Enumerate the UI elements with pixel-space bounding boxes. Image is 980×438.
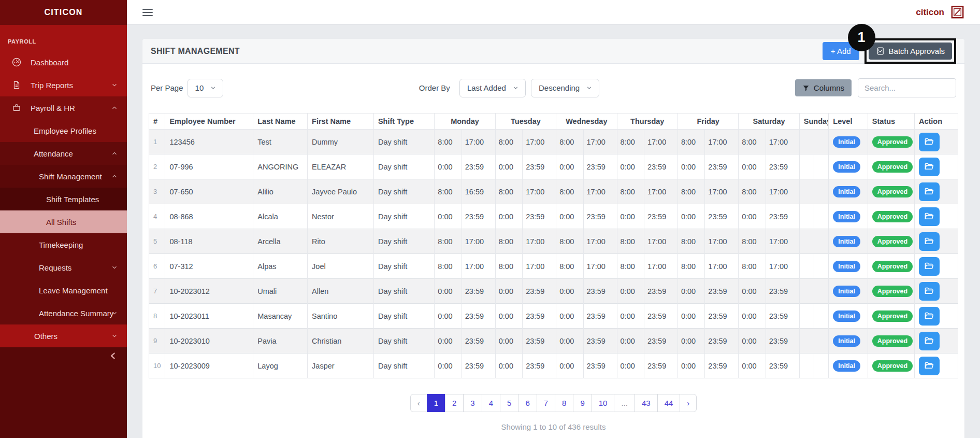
sidebar-item-attendance[interactable]: Attendance: [0, 142, 127, 165]
status-cell: Approved: [868, 204, 914, 229]
page-button[interactable]: 2: [445, 394, 464, 412]
open-shift-button[interactable]: [919, 332, 940, 350]
shift-start-cell: 0:00: [495, 329, 522, 354]
columns-button[interactable]: Columns: [795, 79, 852, 96]
shift-start-cell: 0:00: [617, 204, 644, 229]
sort-direction-select[interactable]: Descending: [531, 79, 599, 97]
sidebar-item-label: Timekeeping: [39, 241, 83, 249]
page-button[interactable]: 8: [555, 394, 573, 412]
per-page-label: Per Page: [151, 83, 183, 92]
shift-end-cell: 23:59: [523, 204, 556, 229]
last-name-cell: Umali: [253, 279, 308, 304]
page-button[interactable]: 6: [518, 394, 537, 412]
shift-end-cell: 23:59: [523, 329, 556, 354]
shift-start-cell: 8:00: [617, 229, 644, 254]
speedometer-icon: [11, 57, 22, 67]
shift-start-cell: 0:00: [495, 304, 522, 329]
page-button[interactable]: 44: [657, 394, 681, 412]
shift-end-cell: 23:59: [766, 304, 799, 329]
open-shift-button[interactable]: [919, 257, 940, 276]
shift-end-cell: 23:59: [462, 329, 495, 354]
sidebar-item-others[interactable]: Others: [0, 324, 127, 347]
page-button[interactable]: 3: [463, 394, 482, 412]
last-name-cell: Layog: [253, 354, 308, 378]
shift-start-cell: 0:00: [556, 154, 583, 179]
batch-approvals-button[interactable]: Batch Approvals: [869, 43, 952, 60]
sidebar-item-employee-profiles[interactable]: Employee Profiles: [0, 119, 127, 142]
row-number-cell: 9: [149, 329, 165, 354]
page-button[interactable]: 9: [573, 394, 592, 412]
table-row: 1010-2023009LayogJasperDay shift0:0023:5…: [149, 354, 958, 378]
shift-end-cell: 23:59: [644, 154, 678, 179]
open-shift-button[interactable]: [919, 207, 940, 226]
shift-end-cell: [814, 279, 829, 304]
open-shift-button[interactable]: [919, 282, 940, 301]
page-button[interactable]: 5: [500, 394, 518, 412]
open-shift-button[interactable]: [919, 182, 940, 201]
shift-type-cell: Day shift: [373, 130, 434, 154]
shift-start-cell: 8:00: [678, 130, 704, 154]
prev-page-button[interactable]: ‹: [410, 394, 427, 412]
shift-type-cell: Day shift: [373, 279, 434, 304]
order-by-value: Last Added: [467, 83, 506, 92]
first-name-cell: Joel: [308, 254, 374, 279]
search-input[interactable]: [858, 78, 956, 97]
filter-controls: Columns: [795, 78, 956, 97]
table-row: 207-996ANGORINGELEAZARDay shift0:0023:59…: [149, 154, 958, 179]
page-ellipsis: ...: [614, 394, 635, 412]
shift-start-cell: 8:00: [435, 179, 462, 204]
sidebar-item-timekeeping[interactable]: Timekeeping: [0, 233, 127, 256]
open-shift-button[interactable]: [919, 158, 940, 176]
shift-type-cell: Day shift: [373, 354, 434, 378]
status-cell: Approved: [868, 154, 914, 179]
sidebar-item-shift-templates[interactable]: Shift Templates: [0, 188, 127, 210]
shift-end-cell: 17:00: [583, 229, 617, 254]
sidebar-item-requests[interactable]: Requests: [0, 256, 127, 279]
sidebar-item-trip-reports[interactable]: Trip Reports: [0, 74, 127, 96]
table-row: 607-312AlpasJoelDay shift8:0017:008:0017…: [149, 254, 958, 279]
sidebar-item-leave-management[interactable]: Leave Management: [0, 279, 127, 302]
sidebar-item-all-shifts[interactable]: All Shifts: [0, 210, 127, 233]
shift-start-cell: 8:00: [617, 130, 644, 154]
sidebar-item-label: Shift Management: [39, 172, 102, 181]
sidebar-item-dashboard[interactable]: Dashboard: [0, 51, 127, 74]
open-shift-button[interactable]: [919, 232, 940, 251]
shift-end-cell: [814, 154, 829, 179]
page-button[interactable]: 4: [482, 394, 500, 412]
shift-end-cell: 17:00: [523, 254, 556, 279]
next-page-button[interactable]: ›: [680, 394, 697, 412]
level-cell: Initial: [829, 130, 868, 154]
shift-end-cell: 23:59: [644, 354, 678, 378]
sidebar-item-label: Payroll & HR: [31, 104, 75, 112]
topbar-brand-text: citicon: [916, 7, 944, 18]
per-page-select[interactable]: 10: [188, 79, 224, 97]
shift-start-cell: 0:00: [435, 354, 462, 378]
hamburger-menu-icon[interactable]: [142, 9, 153, 16]
level-badge: Initial: [833, 286, 860, 297]
order-by-select[interactable]: Last Added: [459, 79, 526, 97]
chevron-down-icon: [512, 84, 519, 91]
table-row: 408-868AlcalaNestorDay shift0:0023:590:0…: [149, 204, 958, 229]
first-name-cell: Dummy: [308, 130, 374, 154]
sidebar-item-payroll-hr[interactable]: Payroll & HR: [0, 96, 127, 119]
page-button[interactable]: 10: [592, 394, 615, 412]
page-button[interactable]: 43: [635, 394, 658, 412]
open-shift-button[interactable]: [919, 357, 940, 375]
level-badge: Initial: [833, 211, 860, 222]
row-number-cell: 10: [149, 354, 165, 378]
level-cell: Initial: [829, 329, 868, 354]
shift-type-cell: Day shift: [373, 179, 434, 204]
page-button[interactable]: 7: [537, 394, 555, 412]
employee-number-cell: 07-650: [165, 179, 253, 204]
table-row: 1123456TestDummyDay shift8:0017:008:0017…: [149, 130, 958, 154]
chevron-up-icon: [111, 150, 118, 157]
open-shift-button[interactable]: [919, 133, 940, 151]
status-badge: Approved: [872, 360, 913, 372]
sidebar-collapse-button[interactable]: [109, 351, 118, 360]
page-button[interactable]: 1: [427, 394, 445, 412]
shift-start-cell: 8:00: [617, 179, 644, 204]
sidebar-item-attendance-summary[interactable]: Attendance Summary: [0, 302, 127, 324]
open-shift-button[interactable]: [919, 307, 940, 326]
sidebar-item-shift-management[interactable]: Shift Management: [0, 165, 127, 188]
table-row: 810-2023011MasancaySantinoDay shift0:002…: [149, 304, 958, 329]
